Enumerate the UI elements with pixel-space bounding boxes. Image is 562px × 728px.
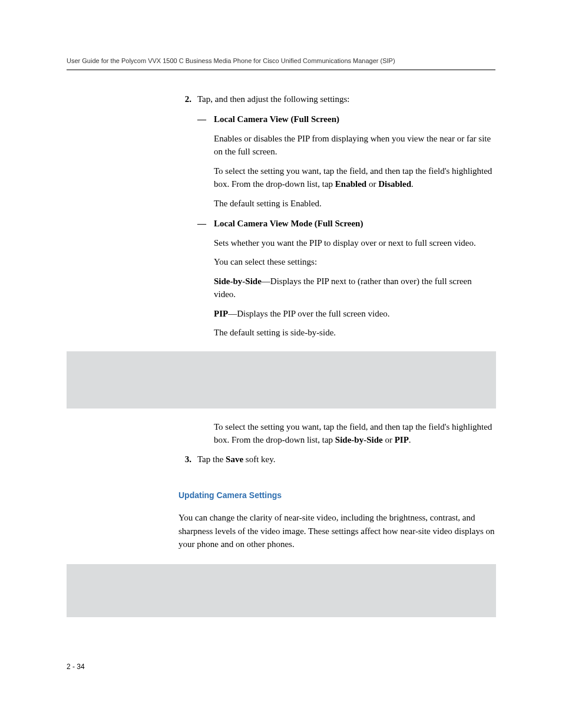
bullet-dash: — <box>197 113 214 126</box>
page-number: 2 - 34 <box>67 661 85 672</box>
body-text: You can change the clarity of near-site … <box>178 511 495 551</box>
body-text: PIP—Displays the PIP over the full scree… <box>178 307 495 321</box>
step-text: Tap, and then adjust the following setti… <box>197 93 495 106</box>
step-number: 2. <box>178 93 197 106</box>
body-text: You can select these settings: <box>178 255 495 269</box>
text-bold: Disabled <box>378 179 411 189</box>
text-segment: . <box>409 435 411 444</box>
bullet-dash: — <box>197 217 214 230</box>
bullet-title: Local Camera View Mode (Full Screen) <box>214 217 495 230</box>
section-heading-updating-camera: Updating Camera Settings <box>178 489 495 502</box>
step-3: 3. Tap the Save soft key. <box>178 453 495 466</box>
page-header: User Guide for the Polycom VVX 1500 C Bu… <box>67 56 495 66</box>
body-text: Side-by-Side—Displays the PIP next to (r… <box>178 275 495 301</box>
bullet-local-camera-view-mode: — Local Camera View Mode (Full Screen) <box>178 217 495 230</box>
step-text: Tap the Save soft key. <box>197 453 495 466</box>
header-rule <box>67 70 495 70</box>
body-text: To select the setting you want, tap the … <box>178 164 495 191</box>
body-text: The default setting is side-by-side. <box>178 326 495 340</box>
body-text: Enables or disables the PIP from display… <box>178 132 495 159</box>
main-content: 2. Tap, and then adjust the following se… <box>67 93 495 617</box>
step-2: 2. Tap, and then adjust the following se… <box>178 93 495 106</box>
body-text: To select the setting you want, tap the … <box>178 420 495 447</box>
body-text: Sets whether you want the PIP to display… <box>178 236 495 250</box>
text-bold: Enabled <box>335 179 366 189</box>
note-box <box>67 351 496 409</box>
text-segment: —Displays the PIP over the full screen v… <box>228 309 389 318</box>
bullet-title: Local Camera View (Full Screen) <box>214 113 495 126</box>
note-box <box>67 564 496 617</box>
text-bold: Save <box>226 454 243 464</box>
step-number: 3. <box>178 453 197 466</box>
text-bold: PIP <box>214 309 228 318</box>
text-bold: Side-by-Side <box>214 276 262 286</box>
text-segment: or <box>383 435 395 444</box>
text-bold: PIP <box>395 435 409 444</box>
text-segment: . <box>411 179 414 189</box>
text-segment: or <box>366 179 378 189</box>
text-segment: soft key. <box>243 454 275 464</box>
bullet-local-camera-view: — Local Camera View (Full Screen) <box>178 113 495 126</box>
text-bold: Side-by-Side <box>335 435 383 444</box>
text-segment: Tap the <box>197 454 226 464</box>
body-text: The default setting is Enabled. <box>178 197 495 210</box>
